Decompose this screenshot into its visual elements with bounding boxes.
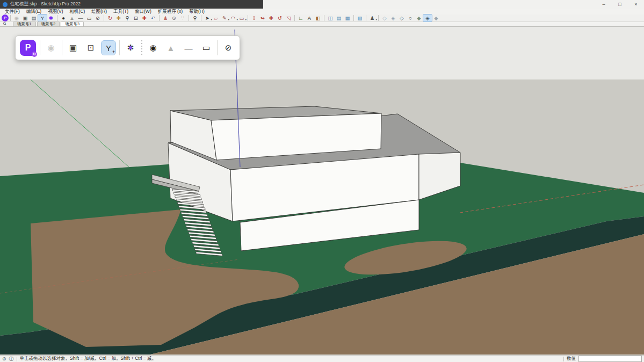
scene-tab-3[interactable]: 场景号3 <box>61 21 84 26</box>
pan-icon[interactable]: ✚ <box>114 15 123 21</box>
scene-tab-2[interactable]: 场景号2 <box>37 21 60 26</box>
menu-item-7[interactable]: 扩展程序 (x) <box>155 9 185 15</box>
line-light-icon[interactable]: — <box>182 41 196 55</box>
separator <box>62 40 62 55</box>
style-back-edges-icon[interactable]: ◈ <box>389 15 397 21</box>
zoom-window-icon[interactable]: ⊡ <box>132 15 140 21</box>
menu-item-6[interactable]: 窗口(W) <box>132 9 154 15</box>
orbit-icon[interactable]: ↻ <box>106 15 114 21</box>
tape-measure-icon[interactable]: ∟ <box>296 15 305 21</box>
position-camera-icon[interactable]: ♟ <box>161 15 170 21</box>
sketchup-window: 住宅模型.skp - SketchUp Pro 2022 –□× 文件(F)编辑… <box>0 0 644 362</box>
window-controls: –□× <box>596 0 644 9</box>
line-light-icon[interactable]: — <box>76 15 85 21</box>
look-around-icon[interactable]: ⊙ <box>170 15 178 21</box>
d5-render-logo-icon[interactable]: P <box>2 15 9 21</box>
main-toolbar: P◉▣▤Y✱●▲—▭⊘↻✚⚲⊡✚↶♟⊙∵⚲➤▾▱✎▾◠▾▭▾⇧↬✚↺◹∟A◧◫▤… <box>0 15 644 22</box>
app-icon <box>3 2 8 7</box>
menu-item-4[interactable]: 绘图(R) <box>89 9 110 15</box>
title-bar-left: 住宅模型.skp - SketchUp Pro 2022 <box>0 0 263 9</box>
separator <box>119 40 120 55</box>
hide-lights-icon[interactable]: ⊘ <box>221 41 235 55</box>
window-title: 住宅模型.skp - SketchUp Pro 2022 <box>10 1 81 8</box>
menu-item-5[interactable]: 工具(T) <box>111 9 131 15</box>
render-plugin-toolbar: P↻◉▣⊡Y+✱◉▲—▭⊘ <box>15 35 240 60</box>
separator <box>353 15 354 21</box>
follow-me-icon[interactable]: ↬ <box>258 15 267 21</box>
arc-tool-icon[interactable]: ◠▾ <box>229 15 237 21</box>
separator <box>141 40 142 55</box>
walk-icon[interactable]: ∵ <box>178 15 187 21</box>
menu-item-2[interactable]: 视图(V) <box>45 9 66 15</box>
previous-view-icon[interactable]: ↶ <box>149 15 157 21</box>
rectangle-tool-icon[interactable]: ▭▾ <box>237 15 246 21</box>
separator <box>378 15 379 21</box>
d5-logo-icon[interactable]: P↻ <box>20 40 36 56</box>
paint-bucket-icon[interactable]: ◧ <box>314 15 322 21</box>
zoom-icon[interactable]: ⚲ <box>123 15 132 21</box>
status-separator <box>17 357 17 361</box>
maximize-button[interactable]: □ <box>612 0 628 9</box>
spot-light-icon[interactable]: ▲ <box>164 41 178 55</box>
move-icon[interactable]: ✚ <box>267 15 276 21</box>
menu-bar: 文件(F)编辑(E)视图(V)相机(C)绘图(R)工具(T)窗口(W)扩展程序 … <box>0 9 644 15</box>
live-sync-icon[interactable]: ◉ <box>12 15 21 21</box>
eraser-icon[interactable]: ▱ <box>212 15 220 21</box>
render-image-icon[interactable]: ⊡ <box>84 41 98 55</box>
separator <box>10 15 11 21</box>
style-shaded-textures-icon[interactable]: ◈ <box>423 15 432 21</box>
separator <box>57 15 57 21</box>
menu-item-0[interactable]: 文件(F) <box>2 9 23 15</box>
text-label-icon[interactable]: A <box>305 15 314 21</box>
status-hint: 单击或拖动以选择对象。Shift = 加/减。Ctrl = 加。Shift + … <box>20 356 157 362</box>
point-light-icon[interactable]: ● <box>59 15 68 21</box>
measurements-input[interactable] <box>578 356 642 362</box>
rect-light-icon[interactable]: ▭ <box>199 41 213 55</box>
scale-icon[interactable]: ◹ <box>284 15 293 21</box>
point-light-icon[interactable]: ◉ <box>146 41 160 55</box>
minimize-button[interactable]: – <box>596 0 612 9</box>
menu-item-8[interactable]: 帮助(H) <box>186 9 207 15</box>
separator <box>104 15 104 21</box>
select-icon[interactable]: ➤▾ <box>203 15 212 21</box>
separator <box>189 15 189 21</box>
close-button[interactable]: × <box>628 0 644 9</box>
model-viewport[interactable]: P↻◉▣⊡Y+✱◉▲—▭⊘ <box>0 27 644 355</box>
menu-item-1[interactable]: 编辑(E) <box>24 9 44 15</box>
render-settings-icon[interactable]: ✱ <box>124 41 138 55</box>
separator <box>159 15 160 21</box>
style-monochrome-icon[interactable]: ◆ <box>432 15 440 21</box>
menu-item-3[interactable]: 相机(C) <box>67 9 88 15</box>
scene-tab-1[interactable]: 场景号1 <box>13 21 36 26</box>
measurements-label: 数值 <box>567 356 576 362</box>
style-shaded-icon[interactable]: ◆ <box>415 15 423 21</box>
rect-light-icon[interactable]: ▭ <box>85 15 93 21</box>
hide-lights-icon[interactable]: ⊘ <box>93 15 102 21</box>
live-sync-icon[interactable]: ◉ <box>44 41 58 55</box>
render-photo-icon[interactable]: ▤ <box>30 15 38 21</box>
line-tool-icon[interactable]: ✎▾ <box>220 15 229 21</box>
geolocation-icon[interactable]: ⊕ <box>2 356 6 361</box>
section-cuts-icon[interactable]: ▦ <box>343 15 352 21</box>
add-light-icon[interactable]: Y <box>38 15 47 21</box>
model-scene <box>0 27 644 355</box>
render-video-icon[interactable]: ▣ <box>66 41 80 55</box>
style-hidden-line-icon[interactable]: ○ <box>406 15 415 21</box>
magnifier-icon[interactable]: ⚲ <box>2 21 8 27</box>
push-pull-icon[interactable]: ⇧ <box>250 15 258 21</box>
section-display-icon[interactable]: ▤ <box>335 15 343 21</box>
zoom-extents-icon[interactable]: ✚ <box>140 15 149 21</box>
status-bar: ⊕ ⓘ 单击或拖动以选择对象。Shift = 加/减。Ctrl = 加。Shif… <box>0 355 644 362</box>
help-icon[interactable]: ⓘ <box>9 356 14 362</box>
rotate-icon[interactable]: ↺ <box>276 15 284 21</box>
style-xray-icon[interactable]: ◇ <box>380 15 389 21</box>
section-plane-icon[interactable]: ◫ <box>326 15 335 21</box>
style-wireframe-icon[interactable]: ◇ <box>397 15 406 21</box>
face-me-component-icon[interactable]: ♟▾ <box>368 15 377 21</box>
add-light-icon[interactable]: Y+ <box>102 41 115 55</box>
render-settings-icon[interactable]: ✱ <box>47 15 55 21</box>
render-video-icon[interactable]: ▣ <box>21 15 30 21</box>
section-fill-icon[interactable]: ▧ <box>356 15 364 21</box>
spot-light-icon[interactable]: ▲ <box>68 15 76 21</box>
zoom-tool-icon[interactable]: ⚲ <box>191 15 199 21</box>
